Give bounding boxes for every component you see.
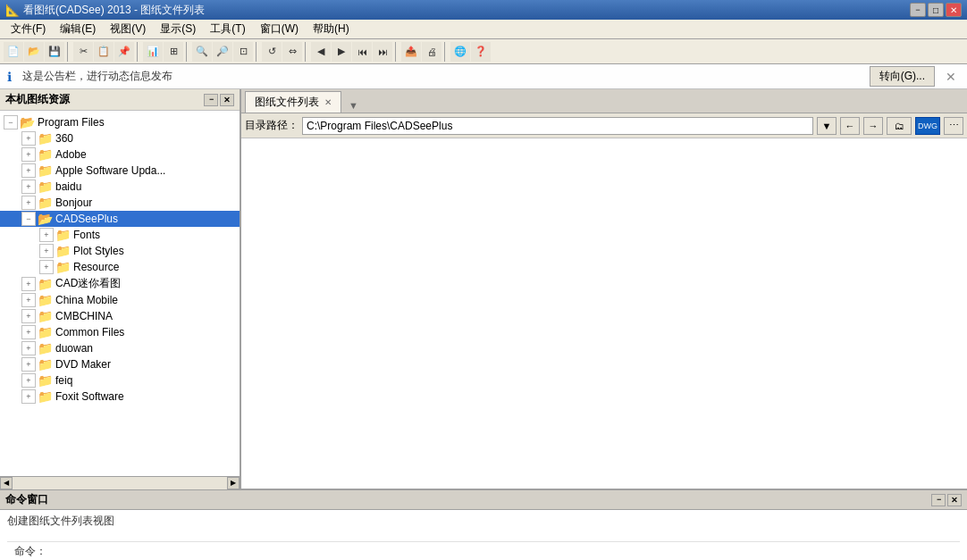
tree-expand-button[interactable]: +	[21, 373, 36, 388]
chart-button[interactable]: 📊	[143, 42, 163, 62]
zoom-in-button[interactable]: 🔍	[192, 42, 212, 62]
skip-back-button[interactable]: ⏮	[352, 42, 372, 62]
tree-expand-button[interactable]: +	[21, 389, 36, 404]
menu-bar: 文件(F)编辑(E)视图(V)显示(S)工具(T)窗口(W)帮助(H)	[0, 20, 967, 39]
open-button[interactable]: 📂	[24, 42, 44, 62]
scroll-left-button[interactable]: ◀	[0, 477, 13, 489]
cmd-min-button[interactable]: －	[931, 494, 946, 506]
rotate-button[interactable]: ↺	[262, 42, 282, 62]
mirror-button[interactable]: ⇔	[282, 42, 302, 62]
tab-dropdown-button[interactable]: ▼	[343, 98, 364, 113]
tree-expand-button[interactable]: +	[21, 325, 36, 339]
copy-button[interactable]: 📋	[94, 42, 114, 62]
info-goto-button[interactable]: 转向(G)...	[870, 66, 935, 87]
tree-item[interactable]: +📁DVD Maker	[0, 356, 240, 372]
tree-item-label: Apple Software Upda...	[55, 164, 165, 177]
tree-expand-button[interactable]: −	[21, 212, 36, 226]
tree-item[interactable]: +📁360	[0, 130, 240, 146]
cmd-close-button[interactable]: ✕	[947, 494, 962, 506]
tree-item[interactable]: +📁Foxit Software	[0, 389, 240, 405]
share-button[interactable]: 📤	[401, 42, 421, 62]
tree-item[interactable]: +📁Adobe	[0, 146, 240, 163]
tree-item-label: Plot Styles	[73, 245, 124, 257]
info-close-button[interactable]: ✕	[942, 68, 960, 86]
close-button[interactable]: ✕	[946, 3, 962, 17]
tree-expand-button[interactable]: +	[21, 309, 36, 323]
minimize-button[interactable]: －	[910, 3, 926, 17]
info-text: 这是公告栏，进行动态信息发布	[22, 69, 862, 84]
tree-expand-button[interactable]: +	[39, 244, 54, 258]
tree-item[interactable]: +📁duowan	[0, 340, 240, 356]
paste-button[interactable]: 📌	[114, 42, 134, 62]
tree-item[interactable]: +📁Common Files	[0, 324, 240, 340]
tab-close-button[interactable]: ✕	[324, 97, 332, 107]
left-panel-min-button[interactable]: －	[204, 94, 218, 106]
tree-item[interactable]: +📁Bonjour	[0, 195, 240, 211]
new-button[interactable]: 📄	[4, 42, 23, 62]
tree-item-label: Foxit Software	[55, 390, 124, 403]
zoom-out-button[interactable]: 🔎	[213, 42, 232, 62]
tree-expand-button[interactable]: +	[21, 163, 36, 178]
grid-button[interactable]: ⊞	[164, 42, 183, 62]
scroll-track[interactable]	[13, 477, 227, 489]
menu-item-工具T[interactable]: 工具(T)	[203, 20, 252, 38]
tree-item[interactable]: +📁Fonts	[0, 227, 240, 243]
left-panel-header: 本机图纸资源 － ✕	[0, 89, 240, 111]
tree-item[interactable]: +📁China Mobile	[0, 292, 240, 308]
path-dropdown-button[interactable]: ▼	[817, 117, 837, 135]
tree-expand-button[interactable]: −	[4, 115, 18, 130]
tree-expand-button[interactable]: +	[21, 196, 36, 210]
tree-item[interactable]: +📁CMBCHINA	[0, 308, 240, 324]
tree-expand-button[interactable]: +	[21, 357, 36, 372]
left-panel-close-button[interactable]: ✕	[220, 94, 234, 106]
tree-expand-button[interactable]: +	[21, 147, 36, 162]
tree-expand-button[interactable]: +	[21, 293, 36, 307]
tree-item[interactable]: +📁Plot Styles	[0, 243, 240, 259]
file-open-button[interactable]: 🗂	[887, 117, 912, 135]
menu-item-文件F[interactable]: 文件(F)	[4, 20, 53, 38]
menu-item-窗口W[interactable]: 窗口(W)	[253, 20, 306, 38]
tree-item[interactable]: −📂Program Files	[0, 114, 240, 130]
save-button[interactable]: 💾	[45, 42, 64, 62]
folder-icon: 📁	[55, 260, 71, 274]
nav-forward-button[interactable]: →	[863, 117, 883, 135]
tree-expand-button[interactable]: +	[21, 277, 36, 291]
horizontal-scrollbar[interactable]: ◀ ▶	[0, 476, 240, 489]
tree-item[interactable]: +📁CAD迷你看图	[0, 275, 240, 292]
tree-expand-button[interactable]: +	[39, 260, 54, 274]
zoom-fit-button[interactable]: ⊡	[233, 42, 253, 62]
nav-back-button[interactable]: ←	[840, 117, 860, 135]
scroll-right-button[interactable]: ▶	[227, 477, 240, 489]
tree-expand-button[interactable]: +	[39, 228, 54, 242]
arrow-right-button[interactable]: ▶	[332, 42, 351, 62]
cmd-input-field[interactable]	[46, 546, 953, 558]
dwg-button[interactable]: DWG	[915, 117, 940, 135]
tree-item[interactable]: +📁baidu	[0, 179, 240, 195]
tree-expand-button[interactable]: +	[21, 341, 36, 355]
folder-icon: 📂	[38, 212, 53, 226]
tree-item[interactable]: +📁feiq	[0, 372, 240, 389]
menu-item-视图V[interactable]: 视图(V)	[103, 20, 153, 38]
tree-expand-button[interactable]: +	[21, 180, 36, 194]
tree-area[interactable]: −📂Program Files+📁360+📁Adobe+📁Apple Softw…	[0, 111, 240, 476]
tree-item-label: China Mobile	[55, 294, 118, 306]
dir-path-input[interactable]	[302, 117, 813, 135]
cut-button[interactable]: ✂	[73, 42, 93, 62]
tab-label: 图纸文件列表	[255, 95, 319, 110]
maximize-button[interactable]: □	[928, 3, 944, 17]
tree-expand-button[interactable]: +	[21, 131, 36, 146]
menu-item-编辑E[interactable]: 编辑(E)	[53, 20, 103, 38]
skip-forward-button[interactable]: ⏭	[373, 42, 392, 62]
web-button[interactable]: 🌐	[450, 42, 470, 62]
right-panel: 图纸文件列表 ✕ ▼ 目录路径： ▼ ← → 🗂 DWG ⋯	[241, 89, 967, 489]
help-button[interactable]: ❓	[471, 42, 491, 62]
tree-item[interactable]: −📂CADSeePlus	[0, 211, 240, 227]
tree-item[interactable]: +📁Resource	[0, 259, 240, 275]
more-button[interactable]: ⋯	[944, 117, 963, 135]
print-button[interactable]: 🖨	[422, 42, 441, 62]
menu-item-帮助H[interactable]: 帮助(H)	[306, 20, 357, 38]
drawing-list-tab[interactable]: 图纸文件列表 ✕	[245, 91, 341, 113]
tree-item[interactable]: +📁Apple Software Upda...	[0, 163, 240, 179]
arrow-left-button[interactable]: ◀	[311, 42, 331, 62]
menu-item-显示S[interactable]: 显示(S)	[153, 20, 203, 38]
